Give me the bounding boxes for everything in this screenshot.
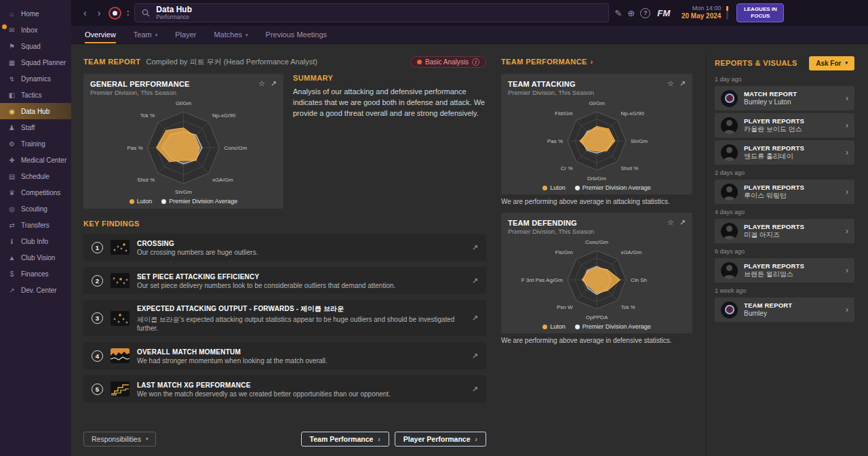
key-finding-row[interactable]: 3 EXPECTED ATTACKING OUTPUT - FORWARDS -… (83, 300, 486, 336)
sidebar-item-squad-planner[interactable]: ▦Squad Planner (0, 54, 71, 70)
main-area: ‹ › ▴ ▾ Data Hub Performance ✎ ⊕ ? FM Mo… (71, 0, 868, 456)
svg-text:Tck %: Tck % (620, 304, 635, 310)
content-area: TEAM REPORT Compiled by 피트 무커 (Head Perf… (71, 44, 868, 456)
player-report-row[interactable]: PLAYER REPORTS미겔 아지즈 › (715, 219, 854, 243)
club-selector[interactable]: ▴ ▾ (127, 9, 129, 17)
player-report-row[interactable]: PLAYER REPORTS브랜든 윌리엄스 › (715, 258, 854, 283)
sidebar-item-medical-center[interactable]: ✚Medical Center (0, 152, 71, 168)
forward-button[interactable]: › (95, 7, 104, 18)
match-report-row[interactable]: MATCH REPORTBurnley v Luton › (715, 86, 854, 110)
favourite-star-icon[interactable]: ☆ (667, 218, 674, 227)
info-icon[interactable]: i (472, 58, 479, 66)
sidebar-item-data-hub[interactable]: ◉Data Hub (0, 103, 71, 119)
player-avatar (721, 144, 738, 161)
sidebar-item-tactics[interactable]: ◧Tactics (0, 87, 71, 103)
tab-label: Player (175, 30, 196, 39)
expand-icon[interactable]: ↗ (679, 218, 686, 227)
sidebar-item-scouting[interactable]: ◎Scouting (0, 201, 71, 217)
expand-icon[interactable]: ↗ (472, 243, 478, 252)
player-avatar (721, 262, 738, 279)
finding-title: OVERALL MATCH MOMENTUM (137, 348, 241, 356)
sidebar-item-dynamics[interactable]: ↯Dynamics (0, 70, 71, 87)
tab-matches[interactable]: Matches▾ (214, 26, 248, 43)
player-report-row[interactable]: PLAYER REPORTS앤드류 홀리데이 › (715, 140, 854, 165)
team-performance-header-link[interactable]: TEAM PERFORMANCE › (501, 55, 692, 68)
sidebar-item-inbox[interactable]: ✉Inbox (0, 22, 71, 38)
medical-icon: ✚ (7, 157, 16, 164)
edit-pencil-icon[interactable]: ✎ (614, 8, 622, 18)
team-attacking-panel[interactable]: TEAM ATTACKING ☆ ↗ Premier Division, Thi… (501, 74, 692, 194)
responsibilities-button[interactable]: Responsibilities ▾ (83, 432, 156, 447)
key-finding-row[interactable]: 4 OVERALL MATCH MOMENTUMWe had stronger … (83, 342, 486, 369)
luton-legend-dot (130, 199, 134, 204)
panel-title: TEAM ATTACKING (508, 80, 576, 88)
panel-subtitle: Premier Division, This Season (508, 228, 686, 235)
team-report-column: TEAM REPORT Compiled by 피트 무커 (Head Perf… (83, 55, 486, 456)
sidebar-item-label: Staff (21, 124, 35, 131)
team-report-row[interactable]: TEAM REPORTBurnley › (715, 297, 854, 322)
sidebar-item-club-info[interactable]: ℹClub Info (0, 233, 71, 249)
report-subject: Burnley v Luton (744, 98, 840, 106)
sidebar-item-transfers[interactable]: ⇄Transfers (0, 217, 71, 233)
team-defending-panel[interactable]: TEAM DEFENDING ☆ ↗ Premier Division, Thi… (501, 213, 692, 333)
sidebar-item-training[interactable]: ⚙Training (0, 136, 71, 152)
sidebar-item-label: Medical Center (21, 157, 66, 164)
sidebar-item-club-vision[interactable]: ▲Club Vision (0, 249, 71, 266)
expand-icon[interactable]: ↗ (271, 79, 277, 88)
tab-previous-meetings[interactable]: Previous Meetings (266, 26, 328, 43)
analysis-level-icon (417, 60, 422, 64)
game-datetime[interactable]: Mon 14:00 20 May 2024 (682, 5, 721, 21)
sidebar-item-dev-center[interactable]: ↗Dev. Center (0, 282, 71, 298)
key-finding-row[interactable]: 2 SET PIECE ATTACKING EFFICIENCYOur set … (83, 267, 486, 294)
luton-legend-dot (542, 325, 547, 329)
tactics-icon: ◧ (7, 91, 16, 99)
report-type: PLAYER REPORTS (744, 184, 840, 191)
help-icon[interactable]: ? (640, 8, 650, 18)
finding-number: 1 (92, 242, 103, 253)
expand-icon[interactable]: ↗ (472, 352, 478, 360)
ask-for-button[interactable]: Ask For ▾ (809, 56, 854, 70)
world-icon[interactable]: ⊕ (627, 8, 635, 18)
expand-icon[interactable]: ↗ (472, 385, 478, 394)
svg-text:Tck %: Tck % (140, 112, 155, 119)
back-button[interactable]: ‹ (81, 7, 90, 18)
general-performance-panel[interactable]: GENERAL PERFORMANCE ☆ ↗ Premier Division… (83, 74, 283, 209)
key-finding-row[interactable]: 1 CROSSINGOur crossing numbers are huge … (83, 234, 486, 261)
player-performance-button[interactable]: Player Performance › (395, 432, 486, 447)
finding-desc: We had stronger momentum when looking at… (137, 357, 465, 365)
leagues-in-focus-button[interactable]: LEAGUES IN FOCUS (736, 3, 784, 23)
favourite-star-icon[interactable]: ☆ (258, 79, 265, 88)
team-performance-column: TEAM PERFORMANCE › TEAM ATTACKING ☆ ↗ Pr… (501, 55, 692, 456)
tab-team[interactable]: Team▾ (134, 26, 157, 43)
ask-for-label: Ask For (816, 60, 841, 67)
sidebar-item-finances[interactable]: $Finances (0, 266, 71, 282)
expand-icon[interactable]: ↗ (472, 276, 478, 285)
basic-analysis-badge[interactable]: Basic Analysis i (410, 56, 486, 68)
expand-icon[interactable]: ↗ (679, 79, 686, 88)
favourite-star-icon[interactable]: ☆ (667, 79, 674, 88)
sidebar-item-squad[interactable]: ⚑Squad (0, 38, 71, 54)
team-performance-button[interactable]: Team Performance › (301, 432, 389, 447)
home-icon: ⌂ (7, 10, 16, 18)
sidebar-item-schedule[interactable]: ▤Schedule (0, 168, 71, 184)
player-report-row[interactable]: PLAYER REPORTS루이스 워링턴 › (715, 180, 854, 204)
svg-text:Psn W: Psn W (557, 304, 573, 310)
sidebar-item-home[interactable]: ⌂Home (0, 5, 71, 22)
finding-number: 5 (92, 384, 103, 395)
club-crest[interactable] (108, 7, 121, 20)
svg-text:Sh/Gm: Sh/Gm (631, 138, 648, 144)
svg-text:OpPPDA: OpPPDA (586, 314, 608, 320)
player-report-row[interactable]: PLAYER REPORTS카올란 보이드 먼스 › (715, 113, 854, 138)
sidebar-item-label: Home (21, 10, 39, 18)
finding-title: SET PIECE ATTACKING EFFICIENCY (137, 273, 259, 281)
tab-player[interactable]: Player (175, 26, 196, 43)
search-title-bar[interactable]: Data Hub Performance (134, 3, 609, 22)
sidebar-item-competitions[interactable]: ♛Competitions (0, 184, 71, 201)
key-finding-row[interactable]: 5 LAST MATCH XG PERFORMANCEWe won the ma… (83, 375, 486, 402)
sidebar-item-label: Schedule (21, 173, 50, 180)
average-legend-dot (575, 325, 580, 329)
sidebar-item-staff[interactable]: ♟Staff (0, 119, 71, 136)
tab-overview[interactable]: Overview (85, 26, 116, 43)
expand-icon[interactable]: ↗ (472, 314, 478, 323)
report-subject: 루이스 워링턴 (744, 192, 840, 200)
